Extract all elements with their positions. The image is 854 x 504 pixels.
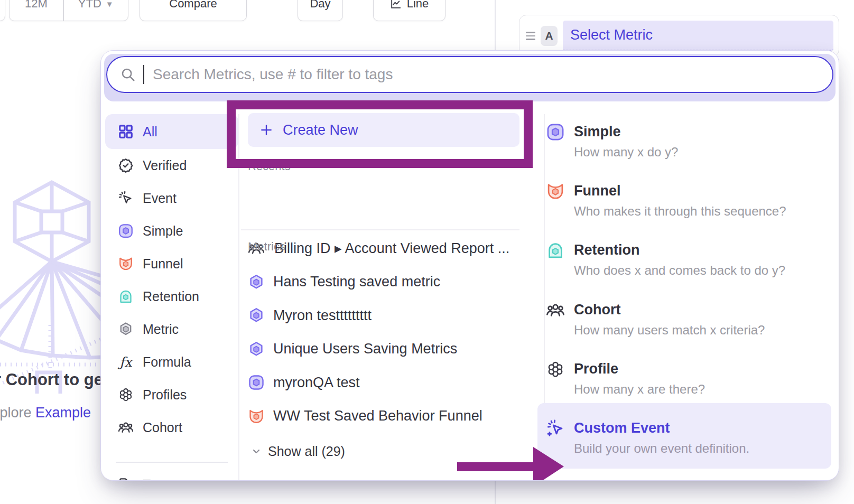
metric-type-description: Build your own event definition.	[574, 441, 749, 456]
create-new-button[interactable]: Create New	[248, 113, 519, 147]
metric-type-profile[interactable]: Profile How many x are there?	[546, 360, 831, 397]
sidebar-item-label: Simple	[143, 223, 183, 239]
metric-item-label: myronQA test	[273, 375, 360, 391]
metric-item-ww-test-saved-behavior-funnel[interactable]: WW Test Saved Behavior Funnel	[248, 399, 519, 433]
text-cursor	[143, 65, 144, 84]
metric-type-simple[interactable]: Simple How many x do y?	[546, 123, 831, 160]
metric-type-funnel[interactable]: Funnel Who makes it through this sequenc…	[546, 182, 831, 219]
metric-item-icon	[248, 408, 265, 425]
sidebar-item-label: Metric	[143, 322, 179, 337]
metric-item-myron-testtttttttt[interactable]: Myron testtttttttt	[248, 299, 519, 333]
create-new-label: Create New	[283, 122, 358, 138]
metric-types-list: Simple How many x do y? Funnel Who makes…	[546, 51, 831, 480]
sidebar-item-label: Verified	[143, 158, 187, 173]
metric-item-label: Unique Users Saving Metrics	[273, 341, 457, 357]
metric-type-description: Who does x and comes back to do y?	[574, 263, 785, 278]
search-icon	[120, 67, 136, 82]
metric-type-custom-event[interactable]: Custom Event Build your own event defini…	[546, 419, 831, 456]
metric-type-cohort[interactable]: Cohort How many users match x criteria?	[546, 301, 831, 338]
show-all-button[interactable]: Show all (29)	[251, 442, 345, 461]
chart-type-line-button[interactable]: Line	[373, 0, 445, 21]
sidebar-item-all[interactable]: All	[105, 114, 238, 149]
metric-item-icon	[248, 274, 265, 291]
sidebar-item-funnel[interactable]: Funnel	[105, 247, 238, 280]
sidebar-item-icon	[118, 419, 134, 435]
sidebar-item-event[interactable]: Event	[105, 182, 238, 214]
sidebar-item-label: Profiles	[143, 387, 187, 403]
show-all-label: Show all (29)	[268, 444, 345, 459]
range-12m-button[interactable]: 12M	[10, 0, 63, 21]
sidebar-item-label: Event	[143, 191, 177, 206]
metric-type-title: Cohort	[574, 301, 765, 319]
recent-item-billing[interactable]: Billing ID ▸ Account Viewed Report ...	[248, 237, 509, 260]
metric-type-description: How many x do y?	[574, 144, 678, 160]
toolbar-fragment-button[interactable]	[0, 0, 5, 21]
metric-item-hans-testing-saved-metric[interactable]: Hans Testing saved metric	[248, 265, 519, 299]
line-chart-icon	[390, 0, 402, 10]
granularity-day-button[interactable]: Day	[298, 0, 343, 21]
sidebar-item-label: Formula	[143, 354, 191, 370]
sidebar-item-icon	[118, 190, 134, 206]
saved-metrics-list: Hans Testing saved metric Myron testtttt…	[248, 265, 519, 433]
sidebar-item-label: Cohort	[143, 420, 182, 435]
sidebar-divider	[116, 462, 228, 463]
chevron-down-icon: ▼	[106, 0, 114, 8]
chevron-down-icon	[251, 446, 262, 456]
line-label: Line	[407, 0, 429, 11]
drag-handle-icon[interactable]	[526, 32, 535, 40]
explore-text-fragment: xplore	[0, 405, 35, 421]
tag-icon	[118, 477, 134, 481]
sidebar-item-retention[interactable]: Retention	[105, 280, 238, 313]
sidebar-item-cohort[interactable]: Cohort	[105, 411, 238, 444]
sidebar-item-label: Tags	[143, 477, 171, 481]
range-ytd-button[interactable]: YTD ▼	[64, 0, 128, 21]
recent-item-label: Billing ID ▸ Account Viewed Report ...	[274, 240, 509, 257]
metric-item-label: Myron testtttttttt	[273, 307, 372, 324]
compare-button[interactable]: Compare	[140, 0, 247, 21]
metric-item-label: Hans Testing saved metric	[273, 274, 440, 290]
section-divider	[241, 229, 519, 230]
sidebar-item-profiles[interactable]: Profiles	[105, 378, 238, 411]
sidebar-item-label: All	[143, 124, 157, 139]
metric-type-icon	[546, 182, 565, 201]
sidebar-item-label: Funnel	[143, 256, 183, 272]
sidebar-item-icon	[118, 157, 134, 173]
range-ytd-label: YTD	[78, 0, 101, 11]
sidebar-item-label: Retention	[143, 289, 199, 304]
select-metric-chip[interactable]: Select Metric	[563, 21, 833, 51]
sidebar-item-icon	[118, 223, 134, 239]
sidebar-item-verified[interactable]: Verified	[105, 149, 238, 182]
metric-type-retention[interactable]: Retention Who does x and comes back to d…	[546, 241, 831, 278]
metric-picker-modal: All Verified Event Simple Funnel Retenti…	[100, 50, 839, 481]
metric-item-icon	[248, 374, 265, 391]
empty-state-heading-fragment: r Cohort to ge	[0, 370, 103, 389]
column-divider	[238, 114, 239, 480]
sidebar-item-icon	[118, 124, 134, 139]
metric-picker-screen: 12M YTD ▼ Compare Day Line A Select Metr…	[0, 0, 854, 504]
metrics-section-label: Metrics	[248, 240, 285, 254]
metric-item-icon	[248, 307, 265, 324]
sidebar-item-icon	[118, 256, 134, 272]
sidebar-item-metric[interactable]: Metric	[105, 313, 238, 346]
metric-type-icon	[546, 419, 565, 438]
sidebar-item-formula[interactable]: ƒx Formula	[105, 346, 238, 378]
metric-item-unique-users-saving-metrics[interactable]: Unique Users Saving Metrics	[248, 332, 519, 366]
metric-type-icon	[546, 360, 565, 379]
metric-type-title: Simple	[574, 123, 678, 141]
metric-item-icon	[248, 341, 265, 358]
compare-label: Compare	[169, 0, 217, 11]
sidebar-item-tags[interactable]: Tags	[105, 468, 251, 481]
date-range-group: 12M YTD ▼	[9, 0, 128, 21]
metric-type-title: Profile	[574, 360, 705, 378]
sidebar-item-icon	[118, 387, 134, 403]
metric-type-title: Retention	[574, 241, 785, 259]
plus-icon	[259, 123, 273, 137]
empty-state-subtext: xplore Example	[0, 405, 91, 421]
day-label: Day	[310, 0, 330, 11]
sidebar-item-simple[interactable]: Simple	[105, 214, 238, 247]
example-link[interactable]: Example	[35, 405, 91, 421]
metric-item-label: WW Test Saved Behavior Funnel	[273, 408, 482, 424]
metric-type-title: Funnel	[574, 182, 786, 200]
recents-section-label: Recents	[248, 160, 291, 173]
metric-item-myronqa-test[interactable]: myronQA test	[248, 366, 519, 400]
